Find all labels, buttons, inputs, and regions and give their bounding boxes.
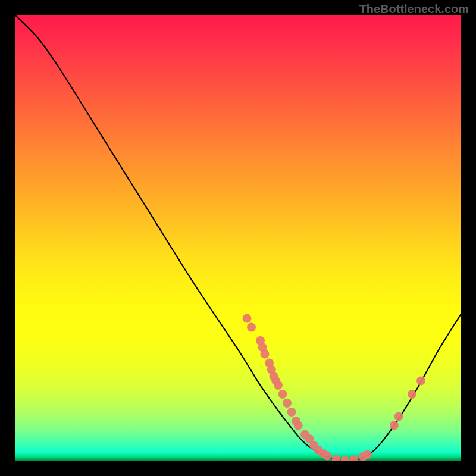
data-marker — [274, 381, 283, 390]
data-marker — [261, 350, 270, 359]
bottleneck-curve — [15, 15, 461, 461]
data-marker — [278, 390, 287, 399]
data-marker — [332, 455, 341, 461]
data-marker — [350, 455, 359, 461]
data-marker — [247, 323, 256, 332]
data-marker — [341, 456, 350, 461]
data-markers — [243, 314, 426, 462]
data-marker — [294, 421, 303, 430]
data-marker — [243, 314, 252, 323]
data-marker — [390, 421, 399, 430]
data-marker — [394, 412, 403, 421]
data-marker — [416, 377, 425, 386]
data-marker — [363, 450, 372, 459]
data-marker — [408, 390, 416, 399]
data-marker — [287, 408, 296, 416]
chart-svg — [15, 15, 461, 461]
watermark-text: TheBottleneck.com — [359, 2, 469, 16]
data-marker — [323, 452, 332, 461]
data-marker — [283, 399, 292, 408]
chart-plot-area — [15, 15, 461, 461]
